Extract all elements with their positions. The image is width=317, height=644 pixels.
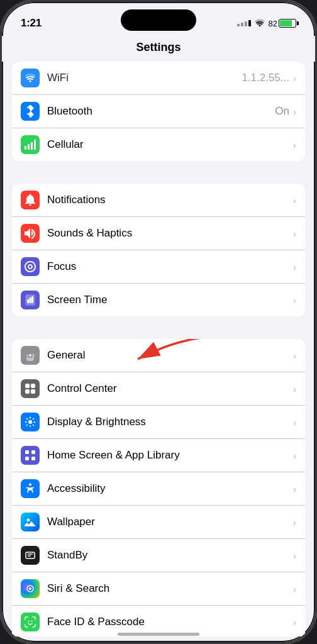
page-title: Settings: [2, 36, 315, 62]
notifications-group: Notifications › Sounds & Haptics ›: [12, 184, 305, 316]
wallpaper-item[interactable]: Wallpaper ›: [12, 506, 305, 539]
svg-point-35: [31, 621, 33, 622]
faceid-item[interactable]: Face ID & Passcode ›: [12, 606, 305, 636]
general-item[interactable]: General ›: [12, 339, 305, 372]
svg-rect-7: [31, 296, 33, 303]
svg-rect-10: [25, 384, 30, 388]
wifi-chevron: ›: [293, 73, 296, 84]
general-icon-bg: [21, 346, 40, 365]
svg-line-19: [26, 418, 28, 419]
accessibility-chevron: ›: [293, 484, 296, 494]
general-group: General ›: [12, 339, 305, 636]
homescreen-item[interactable]: Home Screen & App Library ›: [12, 439, 305, 472]
svg-point-8: [29, 354, 31, 357]
controlcenter-chevron: ›: [293, 384, 296, 394]
svg-rect-0: [25, 146, 26, 150]
siri-item[interactable]: Siri & Search ›: [12, 572, 305, 606]
signal-icon: [237, 20, 251, 26]
wallpaper-label: Wallpaper: [47, 516, 293, 528]
bluetooth-item[interactable]: Bluetooth On ›: [12, 95, 305, 128]
notifications-item[interactable]: Notifications ›: [12, 184, 305, 217]
svg-line-20: [33, 425, 34, 426]
focus-chevron: ›: [293, 262, 296, 272]
display-icon-bg: [21, 413, 40, 431]
silent-switch: [0, 87, 1, 109]
volume-up-button: [0, 115, 1, 147]
homescreen-icon-bg: [21, 446, 40, 465]
wifi-icon-bg: [21, 69, 40, 87]
siri-chevron: ›: [293, 584, 296, 594]
faceid-chevron: ›: [293, 617, 296, 628]
homescreen-label: Home Screen & App Library: [47, 449, 293, 462]
dynamic-island: [121, 9, 196, 31]
sounds-item[interactable]: Sounds & Haptics ›: [12, 217, 305, 250]
svg-rect-2: [31, 142, 33, 150]
sounds-label: Sounds & Haptics: [47, 227, 293, 240]
screentime-item[interactable]: Screen Time ›: [12, 284, 305, 316]
standby-label: StandBy: [47, 549, 293, 562]
siri-label: Siri & Search: [47, 582, 293, 595]
wallpaper-chevron: ›: [293, 517, 296, 528]
wifi-icon: [255, 19, 265, 28]
controlcenter-item[interactable]: Control Center ›: [12, 372, 305, 406]
screentime-label: Screen Time: [47, 294, 293, 306]
phone-frame: 1:21 82 Settings: [0, 0, 317, 644]
focus-item[interactable]: Focus ›: [12, 250, 305, 284]
screentime-chevron: ›: [293, 295, 296, 306]
svg-rect-25: [25, 457, 29, 460]
general-chevron: ›: [293, 350, 296, 361]
bluetooth-chevron: ›: [293, 106, 296, 117]
svg-line-22: [26, 425, 28, 426]
svg-rect-29: [26, 552, 35, 558]
svg-rect-5: [27, 299, 29, 303]
svg-rect-26: [31, 457, 35, 460]
standby-icon-bg: [21, 546, 40, 565]
sounds-chevron: ›: [293, 228, 296, 239]
svg-point-28: [27, 519, 30, 522]
svg-rect-6: [30, 297, 31, 303]
svg-rect-12: [25, 389, 30, 394]
wifi-item[interactable]: WiFi 1.1.2.55... ›: [12, 62, 305, 95]
svg-rect-11: [31, 384, 35, 388]
wifi-label: WiFi: [47, 72, 242, 84]
svg-point-34: [28, 621, 30, 622]
accessibility-item[interactable]: Accessibility ›: [12, 472, 305, 506]
faceid-icon-bg: [21, 613, 40, 631]
accessibility-label: Accessibility: [47, 482, 293, 495]
svg-rect-23: [25, 450, 29, 454]
accessibility-icon-bg: [21, 479, 40, 498]
display-label: Display & Brightness: [47, 416, 293, 428]
volume-down-button: [0, 156, 1, 187]
screen-content: Settings WiFi 1.1.2.55...: [2, 36, 315, 642]
controlcenter-label: Control Center: [47, 382, 293, 395]
battery-container: 82: [269, 19, 296, 28]
standby-item[interactable]: StandBy ›: [12, 539, 305, 572]
svg-rect-24: [31, 450, 35, 454]
battery-level: 82: [269, 19, 277, 28]
faceid-label: Face ID & Passcode: [47, 616, 293, 628]
cellular-icon-bg: [21, 135, 40, 154]
cellular-chevron: ›: [293, 140, 296, 150]
focus-icon-bg: [21, 257, 40, 276]
cellular-item[interactable]: Cellular ›: [12, 128, 305, 161]
svg-rect-13: [31, 389, 35, 394]
display-item[interactable]: Display & Brightness ›: [12, 406, 305, 439]
battery-icon: [279, 19, 296, 28]
bluetooth-icon-bg: [21, 102, 40, 121]
focus-label: Focus: [47, 260, 293, 273]
bluetooth-value: On: [275, 105, 289, 118]
homescreen-chevron: ›: [293, 450, 296, 461]
bluetooth-label: Bluetooth: [47, 105, 275, 118]
svg-point-33: [29, 587, 31, 590]
siri-icon-bg: [21, 579, 40, 598]
connectivity-group: WiFi 1.1.2.55... › Bluetooth On: [12, 62, 305, 161]
notifications-chevron: ›: [293, 195, 296, 206]
screentime-icon-bg: [21, 291, 40, 309]
wifi-value: 1.1.2.55...: [242, 72, 289, 84]
svg-point-14: [28, 420, 32, 424]
svg-line-21: [33, 418, 34, 419]
status-time: 1:21: [21, 17, 42, 30]
general-label: General: [47, 349, 293, 362]
status-icons: 82: [237, 19, 296, 28]
cellular-label: Cellular: [47, 138, 293, 151]
